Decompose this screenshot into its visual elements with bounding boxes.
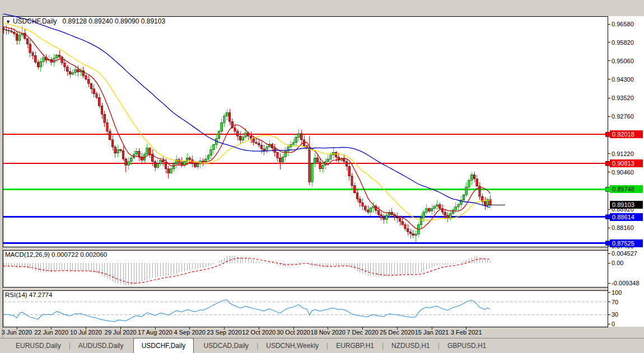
price-label-0.88614[interactable]: 0.88614 <box>605 213 643 221</box>
svg-text:0.92018: 0.92018 <box>612 131 634 138</box>
chart-tab-nzdusd[interactable]: NZDUSD,H1 <box>384 338 438 353</box>
date-tick-label: 3 Feb 2021 <box>451 329 482 336</box>
date-axis: 3 Jun 202022 Jun 202010 Jul 202029 Jul 2… <box>2 327 482 336</box>
date-tick-label: 17 Aug 2020 <box>138 329 172 336</box>
chart-tab-gbpusd[interactable]: GBPUSD,H1 <box>440 338 494 353</box>
date-tick-label: 10 Jul 2020 <box>70 329 102 336</box>
rsi-tick-label: 30 <box>612 311 618 318</box>
main-chart-pane[interactable] <box>3 17 608 247</box>
svg-text:0.89748: 0.89748 <box>612 186 634 192</box>
date-tick-label: 15 Jan 2021 <box>415 329 449 336</box>
price-label-0.89103[interactable]: 0.89103 <box>610 201 643 209</box>
chart-tab-eurusd[interactable]: EURUSD,Daily <box>8 338 69 353</box>
price-tick-label: 0.93520 <box>612 95 634 101</box>
date-tick-label: 22 Jun 2020 <box>34 329 68 336</box>
svg-text:0.88614: 0.88614 <box>612 214 634 220</box>
chart-tab-audusd[interactable]: AUDUSD,Daily <box>71 338 132 353</box>
price-label-0.89748[interactable]: 0.89748 <box>605 185 643 193</box>
price-label-0.90813[interactable]: 0.90813 <box>605 159 643 167</box>
chart-tab-bar: EURUSD,Daily|AUDUSD,Daily|USDCHF,Daily|U… <box>0 338 644 353</box>
svg-text:0.90813: 0.90813 <box>612 160 634 167</box>
chart-tab-usdcad[interactable]: USDCAD,Daily <box>195 338 256 353</box>
price-tick-label: 0.88160 <box>612 224 634 231</box>
svg-text:0.89103: 0.89103 <box>612 201 634 208</box>
price-tick-label: 0.92760 <box>612 113 634 120</box>
trading-terminal: H4D1W1MN 0.965800.958200.950600.943000.9… <box>0 0 644 353</box>
date-tick-label: 18 Nov 2020 <box>311 329 346 336</box>
date-tick-label: 4 Sep 2020 <box>174 329 206 336</box>
price-tick-label: 0.95820 <box>612 39 634 46</box>
rsi-tick-label: 100 <box>612 289 622 296</box>
date-tick-label: 29 Jul 2020 <box>105 329 137 336</box>
price-label-0.92018[interactable]: 0.92018 <box>605 130 643 138</box>
price-tick-label: 0.96580 <box>612 21 634 27</box>
chart-tab-eurgbp[interactable]: EURGBP,H1 <box>328 338 382 353</box>
price-tick-label: 0.91220 <box>612 150 634 157</box>
rsi-tick-label: 0 <box>612 321 615 327</box>
price-tick-label: 0.95060 <box>612 58 634 64</box>
rsi-tick-label: 70 <box>612 299 618 305</box>
date-tick-label: 25 Dec 2020 <box>380 329 414 336</box>
chart-tab-usdchf[interactable]: USDCHF,Daily <box>133 338 194 353</box>
chart-canvas[interactable]: 0.965800.958200.950600.943000.935200.927… <box>0 0 644 353</box>
date-tick-label: 3 Jun 2020 <box>2 329 32 336</box>
price-tick-label: 0.90460 <box>612 169 634 176</box>
chart-tab-usdcnh[interactable]: USDCNH,Weekly <box>258 338 326 353</box>
svg-text:0.87525: 0.87525 <box>612 240 634 247</box>
date-tick-label: 12 Oct 2020 <box>242 329 276 336</box>
date-tick-label: 7 Dec 2020 <box>347 329 378 336</box>
macd-tick-label: 0.004527 <box>612 250 637 257</box>
price-tick-label: 0.94300 <box>612 76 634 83</box>
date-tick-label: 23 Sep 2020 <box>207 329 241 336</box>
macd-tick-label: 0.00 <box>612 260 623 266</box>
price-label-0.87525[interactable]: 0.87525 <box>605 239 643 247</box>
macd-tick-label: -0.009348 <box>612 280 640 286</box>
date-tick-label: 30 Oct 2020 <box>277 329 310 336</box>
